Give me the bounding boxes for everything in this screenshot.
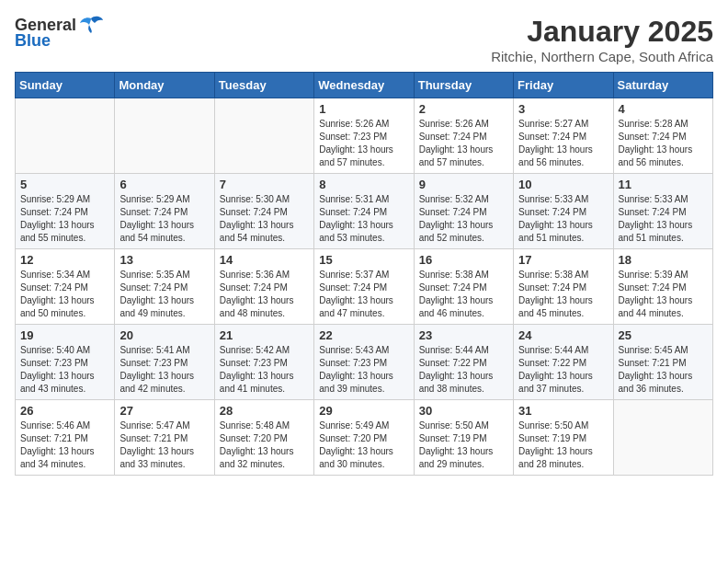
- calendar-day-cell: 4Sunrise: 5:28 AM Sunset: 7:24 PM Daylig…: [613, 98, 712, 174]
- calendar-day-cell: 26Sunrise: 5:46 AM Sunset: 7:21 PM Dayli…: [16, 400, 115, 476]
- day-info: Sunrise: 5:28 AM Sunset: 7:24 PM Dayligh…: [619, 118, 708, 169]
- day-number: 6: [119, 178, 209, 191]
- calendar-week-row: 5Sunrise: 5:29 AM Sunset: 7:24 PM Daylig…: [16, 174, 713, 249]
- day-info: Sunrise: 5:34 AM Sunset: 7:24 PM Dayligh…: [20, 269, 109, 320]
- calendar-day-cell: 29Sunrise: 5:49 AM Sunset: 7:20 PM Dayli…: [314, 400, 414, 476]
- calendar-day-cell: 7Sunrise: 5:30 AM Sunset: 7:24 PM Daylig…: [214, 174, 313, 249]
- day-info: Sunrise: 5:40 AM Sunset: 7:23 PM Dayligh…: [20, 344, 109, 396]
- day-info: Sunrise: 5:29 AM Sunset: 7:24 PM Dayligh…: [119, 193, 209, 245]
- calendar-table: SundayMondayTuesdayWednesdayThursdayFrid…: [15, 72, 713, 476]
- calendar-day-cell: [16, 98, 115, 174]
- calendar-day-header: Tuesday: [214, 73, 313, 98]
- day-number: 22: [319, 328, 408, 342]
- page-header: General Blue January 2025 Ritchie, North…: [15, 15, 713, 64]
- day-number: 14: [220, 253, 309, 267]
- logo-bird-icon: [78, 15, 104, 35]
- calendar-day-cell: 16Sunrise: 5:38 AM Sunset: 7:24 PM Dayli…: [414, 249, 513, 325]
- day-info: Sunrise: 5:37 AM Sunset: 7:24 PM Dayligh…: [319, 269, 408, 320]
- calendar-day-cell: 6Sunrise: 5:29 AM Sunset: 7:24 PM Daylig…: [115, 174, 214, 249]
- calendar-week-row: 12Sunrise: 5:34 AM Sunset: 7:24 PM Dayli…: [16, 249, 713, 325]
- day-info: Sunrise: 5:44 AM Sunset: 7:22 PM Dayligh…: [419, 344, 508, 396]
- calendar-day-cell: 21Sunrise: 5:42 AM Sunset: 7:23 PM Dayli…: [214, 325, 313, 400]
- calendar-day-cell: 8Sunrise: 5:31 AM Sunset: 7:24 PM Daylig…: [314, 174, 414, 249]
- day-number: 11: [619, 178, 708, 191]
- day-info: Sunrise: 5:42 AM Sunset: 7:23 PM Dayligh…: [220, 344, 309, 396]
- day-number: 23: [419, 328, 508, 342]
- day-number: 26: [20, 404, 109, 418]
- calendar-day-cell: 3Sunrise: 5:27 AM Sunset: 7:24 PM Daylig…: [514, 98, 613, 174]
- calendar-day-cell: 11Sunrise: 5:33 AM Sunset: 7:24 PM Dayli…: [613, 174, 712, 249]
- main-title: January 2025: [491, 15, 713, 49]
- day-number: 7: [220, 178, 309, 191]
- day-info: Sunrise: 5:33 AM Sunset: 7:24 PM Dayligh…: [619, 193, 708, 245]
- day-info: Sunrise: 5:50 AM Sunset: 7:19 PM Dayligh…: [518, 419, 608, 471]
- calendar-day-cell: 22Sunrise: 5:43 AM Sunset: 7:23 PM Dayli…: [314, 325, 414, 400]
- calendar-day-cell: 18Sunrise: 5:39 AM Sunset: 7:24 PM Dayli…: [613, 249, 712, 325]
- calendar-day-header: Sunday: [16, 73, 115, 98]
- day-info: Sunrise: 5:44 AM Sunset: 7:22 PM Dayligh…: [518, 344, 608, 396]
- calendar-day-cell: 14Sunrise: 5:36 AM Sunset: 7:24 PM Dayli…: [214, 249, 313, 325]
- day-info: Sunrise: 5:38 AM Sunset: 7:24 PM Dayligh…: [419, 269, 508, 320]
- calendar-day-cell: 13Sunrise: 5:35 AM Sunset: 7:24 PM Dayli…: [115, 249, 214, 325]
- calendar-day-cell: [214, 98, 313, 174]
- day-number: 16: [419, 253, 508, 267]
- day-info: Sunrise: 5:26 AM Sunset: 7:24 PM Dayligh…: [419, 118, 508, 169]
- day-number: 13: [119, 253, 209, 267]
- day-info: Sunrise: 5:45 AM Sunset: 7:21 PM Dayligh…: [619, 344, 708, 396]
- day-number: 15: [319, 253, 408, 267]
- calendar-day-cell: 23Sunrise: 5:44 AM Sunset: 7:22 PM Dayli…: [414, 325, 513, 400]
- day-info: Sunrise: 5:26 AM Sunset: 7:23 PM Dayligh…: [319, 118, 408, 169]
- day-info: Sunrise: 5:29 AM Sunset: 7:24 PM Dayligh…: [20, 193, 109, 245]
- day-number: 5: [20, 178, 109, 191]
- calendar-day-cell: 12Sunrise: 5:34 AM Sunset: 7:24 PM Dayli…: [16, 249, 115, 325]
- calendar-day-cell: [115, 98, 214, 174]
- day-number: 1: [319, 102, 408, 116]
- day-info: Sunrise: 5:41 AM Sunset: 7:23 PM Dayligh…: [119, 344, 209, 396]
- calendar-day-cell: 2Sunrise: 5:26 AM Sunset: 7:24 PM Daylig…: [414, 98, 513, 174]
- day-info: Sunrise: 5:43 AM Sunset: 7:23 PM Dayligh…: [319, 344, 408, 396]
- day-info: Sunrise: 5:48 AM Sunset: 7:20 PM Dayligh…: [220, 419, 309, 471]
- calendar-day-header: Monday: [115, 73, 214, 98]
- calendar-day-cell: 31Sunrise: 5:50 AM Sunset: 7:19 PM Dayli…: [514, 400, 613, 476]
- calendar-week-row: 19Sunrise: 5:40 AM Sunset: 7:23 PM Dayli…: [16, 325, 713, 400]
- calendar-day-header: Friday: [514, 73, 613, 98]
- calendar-day-cell: 10Sunrise: 5:33 AM Sunset: 7:24 PM Dayli…: [514, 174, 613, 249]
- calendar-day-cell: [613, 400, 712, 476]
- calendar-day-cell: 30Sunrise: 5:50 AM Sunset: 7:19 PM Dayli…: [414, 400, 513, 476]
- logo-blue: Blue: [15, 31, 51, 51]
- calendar-day-cell: 20Sunrise: 5:41 AM Sunset: 7:23 PM Dayli…: [115, 325, 214, 400]
- day-number: 8: [319, 178, 408, 191]
- calendar-header-row: SundayMondayTuesdayWednesdayThursdayFrid…: [16, 73, 713, 98]
- day-info: Sunrise: 5:39 AM Sunset: 7:24 PM Dayligh…: [619, 269, 708, 320]
- day-number: 10: [518, 178, 608, 191]
- calendar-day-cell: 19Sunrise: 5:40 AM Sunset: 7:23 PM Dayli…: [16, 325, 115, 400]
- day-number: 19: [20, 328, 109, 342]
- day-number: 2: [419, 102, 508, 116]
- day-number: 29: [319, 404, 408, 418]
- calendar-day-cell: 1Sunrise: 5:26 AM Sunset: 7:23 PM Daylig…: [314, 98, 414, 174]
- logo: General Blue: [15, 15, 104, 51]
- calendar-day-cell: 15Sunrise: 5:37 AM Sunset: 7:24 PM Dayli…: [314, 249, 414, 325]
- calendar-day-cell: 5Sunrise: 5:29 AM Sunset: 7:24 PM Daylig…: [16, 174, 115, 249]
- day-info: Sunrise: 5:35 AM Sunset: 7:24 PM Dayligh…: [119, 269, 209, 320]
- day-info: Sunrise: 5:32 AM Sunset: 7:24 PM Dayligh…: [419, 193, 508, 245]
- day-info: Sunrise: 5:27 AM Sunset: 7:24 PM Dayligh…: [518, 118, 608, 169]
- day-number: 25: [619, 328, 708, 342]
- day-info: Sunrise: 5:46 AM Sunset: 7:21 PM Dayligh…: [20, 419, 109, 471]
- calendar-day-cell: 9Sunrise: 5:32 AM Sunset: 7:24 PM Daylig…: [414, 174, 513, 249]
- day-number: 24: [518, 328, 608, 342]
- calendar-day-cell: 17Sunrise: 5:38 AM Sunset: 7:24 PM Dayli…: [514, 249, 613, 325]
- day-number: 21: [220, 328, 309, 342]
- calendar-day-header: Saturday: [613, 73, 712, 98]
- day-number: 27: [119, 404, 209, 418]
- day-number: 18: [619, 253, 708, 267]
- day-info: Sunrise: 5:50 AM Sunset: 7:19 PM Dayligh…: [419, 419, 508, 471]
- calendar-day-cell: 27Sunrise: 5:47 AM Sunset: 7:21 PM Dayli…: [115, 400, 214, 476]
- day-number: 17: [518, 253, 608, 267]
- day-number: 31: [518, 404, 608, 418]
- day-info: Sunrise: 5:36 AM Sunset: 7:24 PM Dayligh…: [220, 269, 309, 320]
- day-info: Sunrise: 5:33 AM Sunset: 7:24 PM Dayligh…: [518, 193, 608, 245]
- calendar-day-cell: 25Sunrise: 5:45 AM Sunset: 7:21 PM Dayli…: [613, 325, 712, 400]
- day-info: Sunrise: 5:31 AM Sunset: 7:24 PM Dayligh…: [319, 193, 408, 245]
- title-block: January 2025 Ritchie, Northern Cape, Sou…: [491, 15, 713, 64]
